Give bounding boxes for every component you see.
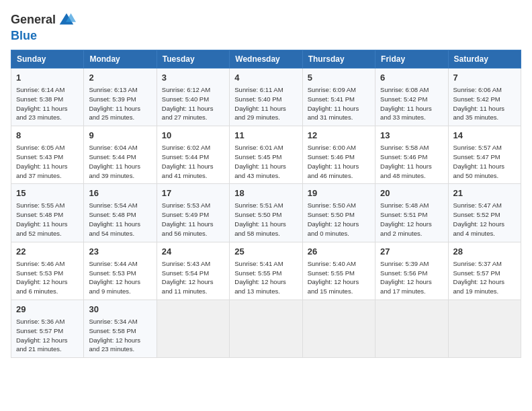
day-info: Sunrise: 6:01 AM Sunset: 5:45 PM Dayligh… — [234, 143, 297, 180]
calendar-day-cell: 15Sunrise: 5:55 AM Sunset: 5:48 PM Dayli… — [11, 184, 84, 242]
day-info: Sunrise: 5:54 AM Sunset: 5:48 PM Dayligh… — [89, 201, 151, 238]
day-number: 16 — [89, 187, 151, 199]
day-number: 10 — [162, 130, 224, 142]
day-info: Sunrise: 5:43 AM Sunset: 5:54 PM Dayligh… — [162, 259, 224, 296]
day-number: 27 — [380, 246, 443, 258]
calendar-week-row: 22Sunrise: 5:46 AM Sunset: 5:53 PM Dayli… — [11, 242, 521, 300]
day-number: 4 — [234, 72, 297, 84]
calendar-day-cell: 9Sunrise: 6:04 AM Sunset: 5:44 PM Daylig… — [84, 126, 157, 184]
calendar-day-cell: 21Sunrise: 5:47 AM Sunset: 5:52 PM Dayli… — [448, 184, 521, 242]
day-of-week-header: Saturday — [448, 50, 521, 68]
day-number: 8 — [16, 130, 79, 142]
day-number: 5 — [308, 72, 370, 84]
day-number: 21 — [453, 187, 516, 199]
day-info: Sunrise: 5:40 AM Sunset: 5:55 PM Dayligh… — [308, 259, 370, 296]
calendar-day-cell: 1Sunrise: 6:14 AM Sunset: 5:38 PM Daylig… — [11, 68, 84, 126]
calendar-day-cell: 5Sunrise: 6:09 AM Sunset: 5:41 PM Daylig… — [302, 68, 375, 126]
calendar-day-cell: 17Sunrise: 5:53 AM Sunset: 5:49 PM Dayli… — [157, 184, 229, 242]
day-number: 20 — [380, 187, 443, 199]
calendar-day-cell: 28Sunrise: 5:37 AM Sunset: 5:57 PM Dayli… — [448, 242, 521, 300]
day-of-week-header: Friday — [375, 50, 448, 68]
calendar-day-cell: 6Sunrise: 6:08 AM Sunset: 5:42 PM Daylig… — [375, 68, 448, 126]
calendar-day-cell — [230, 300, 302, 357]
day-of-week-header: Tuesday — [157, 50, 229, 68]
day-number: 2 — [89, 72, 151, 84]
calendar-day-cell: 26Sunrise: 5:40 AM Sunset: 5:55 PM Dayli… — [302, 242, 375, 300]
logo-text-general: General — [11, 13, 56, 27]
day-info: Sunrise: 6:00 AM Sunset: 5:46 PM Dayligh… — [308, 143, 370, 180]
day-info: Sunrise: 6:11 AM Sunset: 5:40 PM Dayligh… — [234, 85, 297, 122]
day-info: Sunrise: 5:47 AM Sunset: 5:52 PM Dayligh… — [453, 201, 516, 238]
day-number: 1 — [16, 72, 79, 84]
day-info: Sunrise: 6:06 AM Sunset: 5:42 PM Dayligh… — [453, 85, 516, 122]
day-number: 13 — [380, 130, 443, 142]
calendar-day-cell — [448, 300, 521, 357]
day-info: Sunrise: 5:51 AM Sunset: 5:50 PM Dayligh… — [234, 201, 297, 238]
day-number: 18 — [234, 187, 297, 199]
calendar-day-cell: 19Sunrise: 5:50 AM Sunset: 5:50 PM Dayli… — [302, 184, 375, 242]
day-info: Sunrise: 5:48 AM Sunset: 5:51 PM Dayligh… — [380, 201, 443, 238]
calendar-day-cell — [375, 300, 448, 357]
day-of-week-header: Wednesday — [230, 50, 302, 68]
day-number: 3 — [162, 72, 224, 84]
day-info: Sunrise: 6:08 AM Sunset: 5:42 PM Dayligh… — [380, 85, 443, 122]
calendar-day-cell — [157, 300, 229, 357]
calendar-day-cell: 4Sunrise: 6:11 AM Sunset: 5:40 PM Daylig… — [230, 68, 302, 126]
day-info: Sunrise: 6:02 AM Sunset: 5:44 PM Dayligh… — [162, 143, 224, 180]
logo-text-blue: Blue — [11, 29, 37, 42]
day-number: 30 — [89, 304, 151, 316]
calendar-day-cell: 2Sunrise: 6:13 AM Sunset: 5:39 PM Daylig… — [84, 68, 157, 126]
day-number: 6 — [380, 72, 443, 84]
calendar-day-cell: 22Sunrise: 5:46 AM Sunset: 5:53 PM Dayli… — [11, 242, 84, 300]
day-number: 14 — [453, 130, 516, 142]
calendar-day-cell: 13Sunrise: 5:58 AM Sunset: 5:46 PM Dayli… — [375, 126, 448, 184]
calendar-day-cell: 25Sunrise: 5:41 AM Sunset: 5:55 PM Dayli… — [230, 242, 302, 300]
calendar-day-cell: 27Sunrise: 5:39 AM Sunset: 5:56 PM Dayli… — [375, 242, 448, 300]
day-info: Sunrise: 6:04 AM Sunset: 5:44 PM Dayligh… — [89, 143, 151, 180]
calendar-week-row: 8Sunrise: 6:05 AM Sunset: 5:43 PM Daylig… — [11, 126, 521, 184]
day-number: 19 — [308, 187, 370, 199]
day-number: 17 — [162, 187, 224, 199]
calendar-day-cell: 20Sunrise: 5:48 AM Sunset: 5:51 PM Dayli… — [375, 184, 448, 242]
calendar-day-cell: 3Sunrise: 6:12 AM Sunset: 5:40 PM Daylig… — [157, 68, 229, 126]
day-number: 7 — [453, 72, 516, 84]
calendar-day-cell: 30Sunrise: 5:34 AM Sunset: 5:58 PM Dayli… — [84, 300, 157, 357]
day-info: Sunrise: 5:53 AM Sunset: 5:49 PM Dayligh… — [162, 201, 224, 238]
calendar-week-row: 15Sunrise: 5:55 AM Sunset: 5:48 PM Dayli… — [11, 184, 521, 242]
day-info: Sunrise: 5:46 AM Sunset: 5:53 PM Dayligh… — [16, 259, 79, 296]
day-info: Sunrise: 6:13 AM Sunset: 5:39 PM Dayligh… — [89, 85, 151, 122]
calendar-day-cell: 16Sunrise: 5:54 AM Sunset: 5:48 PM Dayli… — [84, 184, 157, 242]
day-number: 24 — [162, 246, 224, 258]
calendar-header-row: SundayMondayTuesdayWednesdayThursdayFrid… — [11, 50, 521, 68]
calendar-day-cell: 12Sunrise: 6:00 AM Sunset: 5:46 PM Dayli… — [302, 126, 375, 184]
day-number: 23 — [89, 246, 151, 258]
day-info: Sunrise: 5:39 AM Sunset: 5:56 PM Dayligh… — [380, 259, 443, 296]
day-info: Sunrise: 6:05 AM Sunset: 5:43 PM Dayligh… — [16, 143, 79, 180]
day-info: Sunrise: 6:12 AM Sunset: 5:40 PM Dayligh… — [162, 85, 224, 122]
day-of-week-header: Sunday — [11, 50, 84, 68]
day-number: 28 — [453, 246, 516, 258]
calendar-day-cell: 14Sunrise: 5:57 AM Sunset: 5:47 PM Dayli… — [448, 126, 521, 184]
calendar-day-cell: 7Sunrise: 6:06 AM Sunset: 5:42 PM Daylig… — [448, 68, 521, 126]
day-info: Sunrise: 5:41 AM Sunset: 5:55 PM Dayligh… — [234, 259, 297, 296]
calendar-day-cell — [302, 300, 375, 357]
day-info: Sunrise: 5:50 AM Sunset: 5:50 PM Dayligh… — [308, 201, 370, 238]
calendar-day-cell: 29Sunrise: 5:36 AM Sunset: 5:57 PM Dayli… — [11, 300, 84, 357]
calendar-table: SundayMondayTuesdayWednesdayThursdayFrid… — [11, 50, 521, 358]
calendar-day-cell: 23Sunrise: 5:44 AM Sunset: 5:53 PM Dayli… — [84, 242, 157, 300]
day-number: 26 — [308, 246, 370, 258]
calendar-week-row: 1Sunrise: 6:14 AM Sunset: 5:38 PM Daylig… — [11, 68, 521, 126]
day-number: 29 — [16, 304, 79, 316]
calendar-day-cell: 8Sunrise: 6:05 AM Sunset: 5:43 PM Daylig… — [11, 126, 84, 184]
day-number: 15 — [16, 187, 79, 199]
day-of-week-header: Thursday — [302, 50, 375, 68]
day-info: Sunrise: 5:58 AM Sunset: 5:46 PM Dayligh… — [380, 143, 443, 180]
calendar-day-cell: 18Sunrise: 5:51 AM Sunset: 5:50 PM Dayli… — [230, 184, 302, 242]
calendar-week-row: 29Sunrise: 5:36 AM Sunset: 5:57 PM Dayli… — [11, 300, 521, 357]
day-number: 25 — [234, 246, 297, 258]
day-info: Sunrise: 5:34 AM Sunset: 5:58 PM Dayligh… — [89, 317, 151, 354]
day-info: Sunrise: 5:36 AM Sunset: 5:57 PM Dayligh… — [16, 317, 79, 354]
day-info: Sunrise: 6:09 AM Sunset: 5:41 PM Dayligh… — [308, 85, 370, 122]
logo: General Blue — [11, 11, 76, 43]
day-info: Sunrise: 5:55 AM Sunset: 5:48 PM Dayligh… — [16, 201, 79, 238]
